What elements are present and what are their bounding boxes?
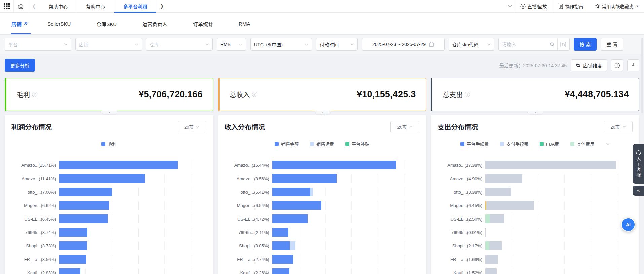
dimension-switch-button[interactable]: 店铺维度	[571, 59, 607, 71]
top-n-select[interactable]: 20项	[390, 121, 419, 132]
top-n-select[interactable]: 20项	[178, 121, 206, 132]
legend-item[interactable]: 销售金额	[275, 141, 299, 147]
bar-segment[interactable]	[485, 188, 511, 196]
nav-item-warehouse-sku[interactable]: 仓库SKU	[83, 13, 129, 34]
legend-item[interactable]: 销售运费	[310, 141, 334, 147]
legend-label: 销售金额	[281, 141, 299, 147]
live-replay-menu-item[interactable]: 直播/回放	[515, 0, 553, 12]
legend-item[interactable]: FBA费	[540, 141, 559, 147]
bar-segment[interactable]	[272, 241, 290, 250]
bar-segment[interactable]	[272, 228, 288, 237]
bar-segment[interactable]	[59, 268, 80, 274]
legend-item[interactable]: 其他费用	[570, 141, 594, 147]
batch-input-icon[interactable]	[560, 42, 566, 47]
panel-title: 收入分布情况	[225, 122, 265, 132]
ai-assistant-label: AI	[626, 222, 631, 227]
warehouse-select[interactable]: 仓库	[146, 38, 213, 51]
favorites-menu-item[interactable]: 常用功能收藏夹 ▼	[589, 0, 644, 12]
window-tab-help-center-2[interactable]: 帮助中心	[77, 0, 114, 12]
nav-item-operation-manager[interactable]: 运营负责人	[129, 13, 180, 34]
bar-track	[272, 228, 423, 237]
bar-segment[interactable]	[59, 228, 87, 237]
nav-item-sellersku[interactable]: SellerSKU	[35, 13, 83, 34]
sku-field-select[interactable]: 仓库sku代码	[449, 38, 494, 51]
bar-segment[interactable]	[59, 255, 86, 264]
panel-expense-distribution: 支出分布情况 20项 平台手续费支付手续费FBA费其他费用 Amazo...(1…	[431, 115, 639, 274]
bar-segment[interactable]	[485, 268, 497, 274]
kpi-collapse-handle[interactable]: ▲	[102, 111, 117, 115]
more-analysis-label: 更多分析	[10, 62, 29, 69]
keyword-input[interactable]	[502, 42, 550, 47]
bar-segment[interactable]	[272, 201, 321, 210]
download-button[interactable]	[627, 59, 639, 71]
legend-item[interactable]: 平台手续费	[460, 141, 489, 147]
bar-segment[interactable]	[485, 241, 489, 250]
bar-segment[interactable]	[490, 214, 504, 223]
kpi-collapse-handle[interactable]: ▲	[528, 111, 543, 115]
nav-item-rma[interactable]: RMA	[226, 13, 263, 34]
bar-segment[interactable]	[290, 241, 295, 250]
ai-assistant-button[interactable]: AI	[621, 218, 635, 232]
bar-segment[interactable]	[59, 174, 145, 183]
bar-segment[interactable]	[310, 188, 313, 196]
shop-select[interactable]: 店铺	[75, 38, 142, 51]
bar-segment[interactable]	[485, 214, 489, 223]
bar-segment[interactable]	[59, 188, 112, 196]
bar-segment[interactable]	[485, 228, 486, 237]
tab-scroll-right-icon[interactable]: ❯	[156, 0, 168, 12]
operation-guide-menu-item[interactable]: 操作指南	[553, 0, 589, 12]
vertical-scrollbar-thumb[interactable]	[641, 38, 643, 113]
bar-segment[interactable]	[59, 214, 108, 223]
tab-scroll-left-icon[interactable]: ❮	[28, 0, 40, 12]
bar-track	[485, 201, 636, 210]
reset-button[interactable]: 重置	[601, 38, 623, 51]
kpi-label-group: 总收入 ?	[230, 90, 257, 100]
sidebar-collapse-tab[interactable]: »	[633, 186, 644, 196]
nav-item-shop[interactable]: 店铺	[7, 13, 35, 34]
bar-row: FR__a...(2.74%)	[218, 252, 426, 266]
info-button[interactable]	[611, 59, 623, 71]
bar-segment[interactable]	[485, 174, 522, 183]
window-tab-help-center-1[interactable]: 帮助中心	[40, 0, 77, 12]
date-range-picker[interactable]: 2025-07-23 ~ 2025-07-29	[362, 38, 445, 51]
legend-item[interactable]: 支付手续费	[500, 141, 528, 147]
bar-category-label: Kaufl...(1.52%)	[431, 270, 485, 274]
top-n-select[interactable]: 20项	[604, 121, 633, 132]
bar-segment[interactable]	[59, 201, 109, 210]
legend-label: 毛利	[108, 141, 116, 147]
keyword-search-box[interactable]	[498, 38, 570, 51]
apps-grid-icon[interactable]	[0, 0, 13, 12]
bar-row: US-EL...(6.45%)	[5, 212, 213, 226]
time-type-select[interactable]: 付款时间	[316, 38, 358, 51]
legend-item[interactable]: 平台补贴	[345, 141, 369, 147]
tabs-overflow-chevron[interactable]	[502, 0, 515, 12]
platform-select[interactable]: 平台	[5, 38, 71, 51]
bar-segment[interactable]	[489, 241, 502, 250]
kpi-collapse-handle[interactable]: ▲	[315, 111, 331, 115]
bar-segment[interactable]	[59, 241, 87, 250]
bar-segment[interactable]	[59, 161, 178, 169]
window-tab-multiplatform-profit[interactable]: 多平台利润	[114, 0, 156, 12]
customer-service-tab[interactable]: 人工客服	[633, 144, 644, 184]
search-button[interactable]: 搜索	[574, 38, 597, 51]
bar-segment[interactable]	[272, 268, 290, 274]
bar-segment[interactable]	[485, 161, 616, 169]
bar-row: Magen...(6.45%)	[431, 199, 639, 212]
bar-segment[interactable]	[272, 161, 396, 169]
bar-segment[interactable]	[272, 188, 311, 196]
help-icon[interactable]: ?	[252, 92, 257, 97]
bar-segment[interactable]	[272, 214, 308, 223]
legend-item[interactable]: 毛利	[101, 141, 116, 147]
more-analysis-button[interactable]: 更多分析	[5, 59, 35, 72]
help-icon[interactable]: ?	[465, 92, 470, 97]
nav-item-order-stats[interactable]: 订单统计	[180, 13, 226, 34]
bar-segment[interactable]	[485, 255, 498, 264]
legend-more-chevron[interactable]	[606, 141, 610, 147]
bar-segment[interactable]	[486, 201, 534, 210]
currency-select[interactable]: RMB	[217, 38, 246, 51]
home-tab[interactable]	[13, 0, 28, 12]
help-icon[interactable]: ?	[32, 92, 37, 97]
bar-segment[interactable]	[272, 174, 337, 183]
bar-segment[interactable]	[272, 255, 293, 264]
timezone-select[interactable]: UTC +8(中国)	[250, 38, 312, 51]
